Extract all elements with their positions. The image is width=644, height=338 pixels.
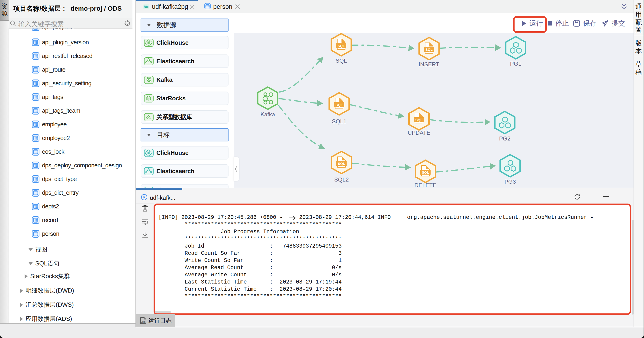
svg-text:PG2: PG2 [499, 135, 510, 142]
svg-text:SQL1: SQL1 [332, 118, 346, 124]
svg-text:LOG: LOG [141, 321, 146, 323]
svg-text:DELETE: DELETE [414, 182, 436, 188]
svg-text:Kafka: Kafka [260, 111, 275, 117]
svg-text:SQL2: SQL2 [334, 176, 349, 183]
svg-text:PG3: PG3 [504, 179, 516, 185]
svg-text:UPDATE: UPDATE [408, 130, 430, 136]
svg-text:SQL: SQL [336, 57, 347, 64]
svg-text:PG1: PG1 [510, 60, 521, 67]
svg-text:INSERT: INSERT [418, 61, 439, 67]
